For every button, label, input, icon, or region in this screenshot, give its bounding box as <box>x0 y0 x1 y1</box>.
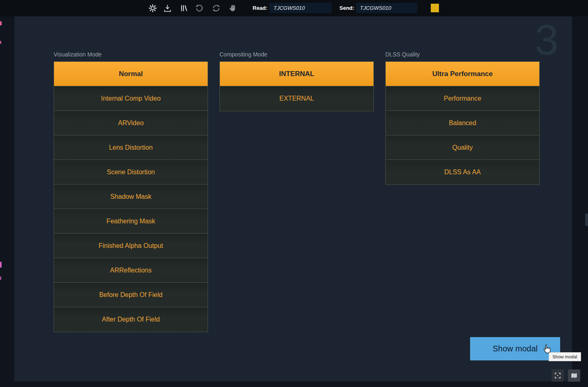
viz-option[interactable]: Shadow Mask <box>54 184 208 209</box>
read-label: Read: <box>253 5 267 11</box>
viz-option[interactable]: ARReflections <box>54 258 208 283</box>
screen-artifact <box>0 41 1 44</box>
visualization-mode-group: Visualization Mode Normal Internal Comp … <box>54 51 208 332</box>
option-list: Ultra Performance Performance Balanced Q… <box>385 61 540 185</box>
dlss-option[interactable]: Performance <box>386 86 539 111</box>
compositing-mode-group: Compositing Mode INTERNAL EXTERNAL <box>219 51 374 332</box>
read-input[interactable] <box>269 3 332 13</box>
history-icon[interactable] <box>195 4 204 13</box>
dlss-option[interactable]: DLSS As AA <box>386 160 539 184</box>
dlss-quality-group: DLSS Quality Ultra Performance Performan… <box>385 51 540 332</box>
fullscreen-button[interactable] <box>552 369 564 382</box>
scrollbar-thumb[interactable] <box>585 214 588 226</box>
dlss-option[interactable]: Balanced <box>386 111 539 135</box>
compositing-option[interactable]: INTERNAL <box>220 62 373 86</box>
viz-option[interactable]: Lens Distortion <box>54 135 208 160</box>
pan-hand-icon[interactable] <box>228 4 237 13</box>
settings-icon[interactable] <box>148 4 157 13</box>
group-title: DLSS Quality <box>385 51 540 58</box>
viz-option[interactable]: Finished Alpha Output <box>54 234 208 258</box>
viz-option[interactable]: Internal Comp Video <box>54 86 208 111</box>
show-modal-tooltip: Show modal <box>549 352 581 361</box>
compositing-option[interactable]: EXTERNAL <box>220 86 373 111</box>
send-label: Send: <box>339 5 354 11</box>
viz-option[interactable]: Before Depth Of Field <box>54 283 208 307</box>
viz-option[interactable]: After Depth Of Field <box>54 307 208 332</box>
group-title: Compositing Mode <box>219 51 374 58</box>
dlss-option[interactable]: Ultra Performance <box>386 62 539 86</box>
dlss-option[interactable]: Quality <box>386 135 539 160</box>
viz-option[interactable]: Feathering Mask <box>54 209 208 234</box>
refresh-icon[interactable] <box>212 4 221 13</box>
map-icon <box>570 372 578 379</box>
status-indicator <box>431 4 439 12</box>
fullscreen-icon <box>554 372 561 379</box>
show-modal-button[interactable]: Show modal <box>470 337 560 360</box>
download-icon[interactable] <box>163 4 172 13</box>
main-panel: 3 Visualization Mode Normal Internal Com… <box>14 16 572 381</box>
mode-columns: Visualization Mode Normal Internal Comp … <box>54 51 540 332</box>
screen-artifact <box>0 262 2 268</box>
screen-artifact <box>0 21 2 25</box>
group-title: Visualization Mode <box>54 51 208 58</box>
screen-artifact <box>0 277 1 280</box>
viz-option[interactable]: Scene Distortion <box>54 160 208 184</box>
viz-option[interactable]: ARVideo <box>54 111 208 135</box>
top-toolbar: Read: Send: <box>0 0 588 16</box>
send-input[interactable] <box>356 3 417 13</box>
option-list: Normal Internal Comp Video ARVideo Lens … <box>54 61 208 332</box>
option-list: INTERNAL EXTERNAL <box>219 61 374 111</box>
library-icon[interactable] <box>179 4 188 13</box>
viz-option[interactable]: Normal <box>54 62 208 86</box>
map-button[interactable] <box>568 369 580 382</box>
